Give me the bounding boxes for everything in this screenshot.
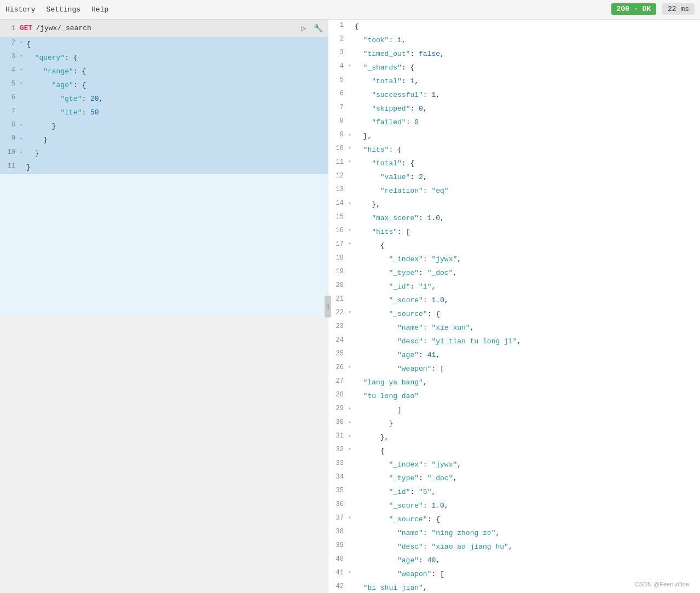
right-code-line: 14▴ }, (328, 198, 700, 211)
line-number: 22 (328, 307, 348, 316)
code-content: } (355, 417, 700, 430)
fold-indicator (348, 389, 355, 391)
fold-indicator (20, 106, 26, 107)
fold-indicator[interactable]: ▾ (348, 225, 355, 233)
menu-settings[interactable]: Settings (47, 5, 80, 14)
line-number: 5 (0, 78, 20, 88)
fold-indicator[interactable]: ▴ (20, 133, 26, 141)
fold-indicator[interactable]: ▾ (20, 37, 26, 45)
fold-indicator (348, 102, 355, 103)
code-content: "age": { (26, 78, 328, 92)
fold-indicator[interactable]: ▾ (20, 78, 26, 87)
fold-indicator[interactable]: ▾ (348, 157, 355, 165)
left-code-area[interactable]: 2▾{3▾ "query": {4▾ "range": {5▾ "age": {… (0, 37, 328, 315)
line-number: 26 (328, 362, 348, 371)
line-number: 14 (328, 198, 348, 207)
right-code-line: 13 "relation": "eq" (328, 184, 700, 198)
play-icon[interactable]: ▷ (298, 23, 309, 34)
line-number: 8 (328, 116, 348, 125)
drag-handle[interactable]: ‖ (325, 296, 331, 318)
line-number: 6 (0, 92, 20, 101)
wrench-icon[interactable]: 🔧 (313, 23, 323, 34)
code-content: "_score": 1.0, (355, 293, 700, 307)
fold-indicator[interactable]: ▴ (348, 430, 355, 439)
code-content: ] (355, 403, 700, 417)
code-content: "_type": "_doc", (355, 266, 700, 280)
right-code-line: 16▾ "hits": [ (328, 225, 700, 239)
line-number: 7 (328, 102, 348, 111)
fold-indicator (348, 116, 355, 117)
fold-indicator (348, 47, 355, 49)
line-number: 3 (0, 51, 20, 60)
menu-help[interactable]: Help (91, 5, 108, 14)
line-number: 5 (328, 74, 348, 84)
code-content: }, (355, 129, 700, 143)
fold-indicator[interactable]: ▾ (348, 61, 355, 69)
code-content: { (355, 239, 700, 252)
code-content: "total": { (355, 157, 700, 170)
code-content: "_source": { (355, 513, 700, 526)
right-code-line: 8 "failed": 0 (328, 116, 700, 129)
code-content: "_type": "_doc", (355, 471, 700, 485)
code-content: } (26, 160, 328, 174)
status-badge: 200 - OK (611, 3, 656, 15)
line-number: 13 (328, 184, 348, 193)
left-blank-area (0, 315, 328, 594)
code-content: "_id": "1", (355, 280, 700, 293)
menu-history[interactable]: History (5, 5, 36, 14)
right-code-line: 27 "lang ya bang", (328, 376, 700, 389)
fold-indicator[interactable]: ▾ (348, 362, 355, 370)
watermark: CSDN @FeenixOne (635, 581, 689, 588)
right-code-line: 38 "name": "ning zhong ze", (328, 526, 700, 540)
fold-indicator[interactable]: ▴ (348, 198, 355, 206)
code-content: "_score": 1.0, (355, 499, 700, 513)
right-code-line: 35 "_id": "5", (328, 485, 700, 499)
main-area: 1 GET /jywx/_search ▷ 🔧 2▾{3▾ "query": {… (0, 20, 700, 593)
fold-indicator[interactable]: ▴ (348, 403, 355, 411)
fold-indicator[interactable]: ▾ (348, 567, 355, 575)
time-badge: 22 ms (662, 3, 695, 15)
right-code-line: 23 "name": "xie xun", (328, 321, 700, 335)
line-number: 37 (328, 513, 348, 522)
fold-indicator[interactable]: ▴ (20, 147, 26, 155)
code-content: "took": 1, (355, 33, 700, 47)
fold-indicator[interactable]: ▾ (20, 51, 26, 59)
line-number: 6 (328, 88, 348, 97)
line-number: 21 (328, 293, 348, 303)
right-code-line: 26▾ "weapon": [ (328, 362, 700, 376)
right-code-line: 39 "desc": "xiao ao jiang hu", (328, 540, 700, 554)
right-code-line: 25 "age": 41, (328, 348, 700, 362)
right-code-line: 28 "tu long dao" (328, 389, 700, 403)
right-code-line: 12 "value": 2, (328, 170, 700, 184)
code-content: } (26, 147, 328, 160)
fold-indicator[interactable]: ▴ (348, 129, 355, 137)
fold-indicator[interactable]: ▾ (348, 444, 355, 452)
line-number: 35 (328, 485, 348, 494)
code-content: "gte": 20, (26, 92, 328, 106)
line-number: 32 (328, 444, 348, 453)
right-code-line: 18 "_index": "jywx", (328, 252, 700, 266)
line-number: 9 (0, 133, 20, 142)
left-code-line: 11} (0, 160, 328, 174)
code-content: "age": 40, (355, 554, 700, 567)
line-number: 19 (328, 266, 348, 275)
line-number: 34 (328, 471, 348, 481)
code-content: "tu long dao" (355, 389, 700, 403)
left-code-line: 10▴ } (0, 147, 328, 160)
fold-indicator[interactable]: ▾ (20, 65, 26, 73)
line-number: 4 (328, 61, 348, 70)
fold-indicator (348, 293, 355, 295)
fold-indicator[interactable]: ▾ (348, 239, 355, 247)
fold-indicator[interactable]: ▴ (348, 417, 355, 425)
line-number: 10 (328, 143, 348, 152)
toolbar-icons: ▷ 🔧 (298, 23, 328, 34)
line-number: 9 (328, 129, 348, 139)
right-code-area[interactable]: 1{2 "took": 1,3 "timed_out": false,4▾ "_… (328, 20, 700, 593)
code-content: } (26, 119, 328, 133)
fold-indicator[interactable]: ▾ (348, 307, 355, 315)
fold-indicator[interactable]: ▾ (348, 513, 355, 521)
fold-indicator[interactable]: ▴ (20, 119, 26, 128)
fold-indicator[interactable]: ▾ (348, 143, 355, 151)
left-code-line: 6 "gte": 20, (0, 92, 328, 106)
fold-indicator (348, 33, 355, 35)
